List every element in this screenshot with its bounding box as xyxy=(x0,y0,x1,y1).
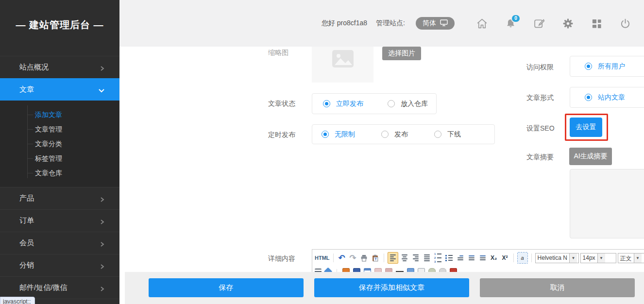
top-header: 您好 pro8cf1a8 管理站点: 简体 0 xyxy=(119,0,644,47)
radio-unselected-icon[interactable] xyxy=(434,131,441,138)
access-group: 所有用户 仅会员 xyxy=(570,56,644,77)
svg-text:T: T xyxy=(374,257,377,261)
justify-icon[interactable] xyxy=(422,253,432,263)
cancel-button[interactable]: 取消 xyxy=(480,278,635,297)
chevron-right-icon xyxy=(99,285,105,293)
chevron-right-icon xyxy=(99,65,105,73)
radio-option-offline[interactable]: 下线 xyxy=(434,130,461,139)
notification-badge: 0 xyxy=(511,14,521,23)
radio-option-all-users[interactable]: 所有用户 xyxy=(585,62,625,71)
image-placeholder-icon xyxy=(332,50,354,70)
sidebar-item-mail-sms-wechat[interactable]: 邮件/短信/微信 xyxy=(0,276,119,299)
thumbnail-label: 缩略图 xyxy=(268,49,288,57)
home-icon[interactable] xyxy=(475,17,488,30)
summary-textarea[interactable] xyxy=(570,169,644,238)
editor-toolbar: HTML ↶ ↷ T 123 X₂ xyxy=(312,250,644,266)
timed-publish-label: 定时发布 xyxy=(268,131,295,139)
seo-label: 设置SEO xyxy=(526,124,555,133)
radio-selected-icon[interactable] xyxy=(322,131,329,138)
bottom-action-bar: 保存 保存并添加相似文章 取消 xyxy=(125,272,644,304)
sidebar-item-members[interactable]: 会员 xyxy=(0,232,119,254)
indent-decrease-icon[interactable] xyxy=(478,253,488,263)
indent-increase-icon[interactable] xyxy=(467,253,476,263)
chevron-right-icon xyxy=(99,240,105,249)
paste-icon[interactable]: T xyxy=(371,253,380,263)
chevron-right-icon xyxy=(99,196,105,204)
redo-icon[interactable]: ↷ xyxy=(348,253,358,263)
submenu-item-article-management[interactable]: 文章管理 xyxy=(35,122,119,136)
article-form-group: 站内文章 站外链接 xyxy=(570,87,644,108)
user-greeting: 您好 pro8cf1a8 xyxy=(322,19,367,28)
radio-selected-icon[interactable] xyxy=(323,100,330,107)
sidebar-item-products[interactable]: 产品 xyxy=(0,187,119,209)
articles-submenu: 添加文章 文章管理 文章分类 标签管理 文章仓库 xyxy=(0,101,119,187)
submenu-item-article-warehouse[interactable]: 文章仓库 xyxy=(35,166,119,180)
seo-settings-button[interactable]: 去设置 xyxy=(570,118,602,137)
radio-option-onsite-article[interactable]: 站内文章 xyxy=(585,93,625,102)
align-right-icon[interactable] xyxy=(411,253,421,263)
radio-option-to-warehouse[interactable]: 放入仓库 xyxy=(388,100,428,108)
logout-power-icon[interactable] xyxy=(619,17,631,30)
sidebar-item-orders[interactable]: 订单 xyxy=(0,209,119,232)
save-button[interactable]: 保存 xyxy=(149,278,304,297)
edit-icon[interactable] xyxy=(533,17,545,30)
notification-bell-icon[interactable]: 0 xyxy=(504,17,517,30)
admin-page: 缩略图 选择图片 文章状态 立即发布 放入仓库 定时发布 无限制 xyxy=(0,0,644,304)
article-form-label: 文章形式 xyxy=(526,94,554,102)
superscript-icon[interactable]: X² xyxy=(500,253,510,263)
align-center-icon[interactable] xyxy=(400,253,409,263)
html-source-button[interactable]: HTML xyxy=(315,253,330,263)
language-toggle[interactable]: 简体 xyxy=(416,17,455,30)
paragraph-format-select[interactable]: 正文▼ xyxy=(618,253,644,263)
site-logo: — 建站管理后台 — xyxy=(0,18,119,32)
submenu-item-tag-management[interactable]: 标签管理 xyxy=(35,151,119,166)
submenu-item-article-category[interactable]: 文章分类 xyxy=(35,136,119,151)
apps-grid-icon[interactable] xyxy=(590,17,603,30)
font-family-select[interactable]: Helvetica N▼ xyxy=(535,253,579,263)
language-label: 简体 xyxy=(423,19,436,28)
access-label: 访问权限 xyxy=(526,63,554,72)
ordered-list-icon[interactable]: 123 xyxy=(433,253,443,263)
print-icon[interactable] xyxy=(359,253,369,263)
ai-summary-button[interactable]: AI生成摘要 xyxy=(569,148,612,165)
article-status-group: 立即发布 放入仓库 xyxy=(312,93,437,114)
radio-selected-icon[interactable] xyxy=(585,63,592,70)
radio-option-publish-now[interactable]: 立即发布 xyxy=(323,100,363,108)
timed-publish-group: 无限制 发布 下线 xyxy=(312,124,495,144)
content-label: 详细内容 xyxy=(268,254,295,263)
chevron-right-icon xyxy=(99,263,105,271)
summary-label: 文章摘要 xyxy=(526,153,554,162)
chevron-right-icon xyxy=(99,218,105,226)
save-and-add-similar-button[interactable]: 保存并添加相似文章 xyxy=(314,278,469,297)
radio-option-publish[interactable]: 发布 xyxy=(381,130,408,139)
font-size-select[interactable]: 14px▼ xyxy=(580,253,616,263)
article-status-label: 文章状态 xyxy=(268,100,295,108)
first-line-indent-icon[interactable] xyxy=(456,253,465,263)
status-bar-link-hint: javascript:; xyxy=(0,297,35,304)
sidebar-item-articles[interactable]: 文章 xyxy=(0,78,119,101)
choose-image-button[interactable]: 选择图片 xyxy=(382,47,421,60)
settings-gear-icon[interactable] xyxy=(561,17,574,30)
radio-option-no-limit[interactable]: 无限制 xyxy=(322,130,355,139)
radio-unselected-icon[interactable] xyxy=(388,100,395,107)
radio-unselected-icon[interactable] xyxy=(381,131,389,138)
undo-icon[interactable]: ↶ xyxy=(337,253,347,263)
align-left-icon[interactable] xyxy=(388,252,398,264)
sidebar-item-site-overview[interactable]: 站点概况 xyxy=(0,56,119,78)
radio-selected-icon[interactable] xyxy=(585,94,592,101)
manage-site-label: 管理站点: xyxy=(376,19,405,28)
chevron-down-icon xyxy=(98,86,105,95)
sidebar-item-distribution[interactable]: 分销 xyxy=(0,254,119,276)
sidebar: — 建站管理后台 — 站点概况 文章 添加文章 文章管理 文章分类 标签管理 文… xyxy=(0,0,119,304)
submenu-item-add-article[interactable]: 添加文章 xyxy=(35,107,119,122)
subscript-icon[interactable]: X₂ xyxy=(489,253,499,263)
anchor-icon[interactable]: a xyxy=(517,252,528,264)
unordered-list-icon[interactable] xyxy=(444,253,454,263)
monitor-icon xyxy=(440,19,448,28)
